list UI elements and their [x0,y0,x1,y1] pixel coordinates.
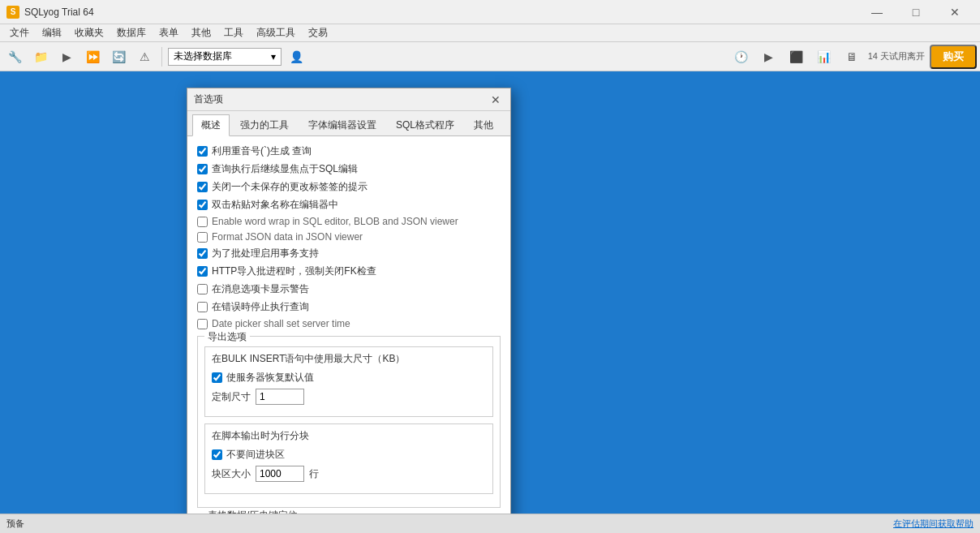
checkbox-row-8: HTTP导入批进程时，强制关闭FK检查 [197,264,501,278]
cb8-label[interactable]: HTTP导入批进程时，强制关闭FK检查 [212,264,376,278]
no-inter-block-row: 不要间进块区 [212,448,486,462]
checkbox-row-7: 为了批处理启用事务支持 [197,247,501,260]
preferences-dialog: 首选项 ✕ 概述 强力的工具 字体编辑器设置 SQL格式程序 其他 利用重音号(… [187,88,511,533]
menu-favorites[interactable]: 收藏夹 [68,24,110,41]
toolbar-grid-btn[interactable]: ⬛ [785,45,808,68]
checkbox-row-11: Date picker shall set server time [197,318,501,329]
checkbox-row-9: 在消息选项卡显示警告 [197,282,501,296]
title-bar: S SQLyog Trial 64 — □ ✕ [0,0,980,24]
checkbox-row-4: 双击粘贴对象名称在编辑器中 [197,198,501,212]
toolbar-open-btn[interactable]: 📁 [29,45,52,68]
toolbar-play-btn[interactable]: ▶ [55,45,78,68]
cb6-checkbox[interactable] [197,232,208,243]
chevron-down-icon: ▾ [271,51,276,62]
app-title: SQLyog Trial 64 [24,6,94,18]
minimize-button[interactable]: — [858,0,896,24]
menu-other[interactable]: 其他 [185,24,217,41]
tab-other[interactable]: 其他 [465,114,502,135]
toolbar-history-btn[interactable]: 🕐 [730,45,753,68]
cb5-checkbox[interactable] [197,217,208,227]
toolbar-server-btn[interactable]: 🖥 [840,45,863,68]
cb3-label[interactable]: 关闭一个未保存的更改标签签的提示 [212,180,368,194]
script-output-label: 在脚本输出时为行分块 [212,429,486,443]
app-icon: S [6,6,19,19]
tab-powerful-tools[interactable]: 强力的工具 [231,114,298,135]
dialog-close-button[interactable]: ✕ [488,92,504,108]
export-section-title: 导出选项 [204,330,250,344]
custom-size-input[interactable] [256,389,304,405]
cb9-label[interactable]: 在消息选项卡显示警告 [212,282,309,296]
bulk-label: 在BULK INSERT语句中使用最大尺寸（KB） [212,352,486,366]
block-size-input[interactable] [256,466,304,482]
checkbox-row-6: Format JSON data in JSON viewer [197,231,501,243]
menu-table[interactable]: 表单 [153,24,185,41]
dialog-title-bar[interactable]: 首选项 ✕ [187,88,510,111]
cb7-checkbox[interactable] [197,248,208,259]
toolbar-table-btn[interactable]: 📊 [813,45,836,68]
checkbox-row-5: Enable word wrap in SQL editor, BLOB and… [197,216,501,227]
cb11-checkbox[interactable] [197,319,208,329]
toolbar-user-btn[interactable]: 👤 [285,45,307,68]
menu-transaction[interactable]: 交易 [302,24,334,41]
toolbar: 🔧 📁 ▶ ⏩ 🔄 ⚠ 未选择数据库 ▾ 👤 🕐 ▶ ⬛ 📊 🖥 14 天试用离… [0,42,980,71]
export-section-content: 在BULK INSERT语句中使用最大尺寸（KB） 使服务器恢复默认值 定制尺寸… [204,346,493,494]
block-size-unit: 行 [309,467,319,481]
checkbox-row-3: 关闭一个未保存的更改标签签的提示 [197,180,501,194]
tab-sql-format[interactable]: SQL格式程序 [387,114,463,135]
close-button[interactable]: ✕ [936,0,974,24]
cb2-label[interactable]: 查询执行后继续显焦点于SQL编辑 [212,162,358,176]
toolbar-warning-btn[interactable]: ⚠ [133,45,156,68]
cb7-label[interactable]: 为了批处理启用事务支持 [212,247,319,260]
cb10-label[interactable]: 在错误時停止执行查询 [212,300,309,314]
custom-size-row: 定制尺寸 [212,389,486,405]
buy-button[interactable]: 购买 [930,45,977,69]
dialog-tabs: 概述 强力的工具 字体编辑器设置 SQL格式程序 其他 [187,111,510,136]
help-link[interactable]: 在评估期间获取帮助 [893,518,974,528]
cb6-label[interactable]: Format JSON data in JSON viewer [212,231,363,243]
toolbar-play2-btn[interactable]: ▶ [758,45,780,68]
db-selector[interactable]: 未选择数据库 ▾ [168,48,282,66]
cb1-label[interactable]: 利用重音号(`)生成 查询 [212,144,312,158]
cb2-checkbox[interactable] [197,164,208,174]
menu-tools[interactable]: 工具 [217,24,250,41]
checkbox-row-1: 利用重音号(`)生成 查询 [197,144,501,158]
menu-database[interactable]: 数据库 [110,24,153,41]
tab-overview[interactable]: 概述 [192,114,230,136]
cb3-checkbox[interactable] [197,182,208,192]
script-section: 在脚本输出时为行分块 不要间进块区 块区大小 行 [204,423,493,494]
block-size-label: 块区大小 [212,467,251,481]
cb4-checkbox[interactable] [197,200,208,210]
cb11-label[interactable]: Date picker shall set server time [212,318,350,329]
cb9-checkbox[interactable] [197,284,208,294]
menu-file[interactable]: 文件 [3,24,36,41]
checkbox-row-10: 在错误時停止执行查询 [197,300,501,314]
no-inter-block-checkbox[interactable] [212,449,222,460]
tab-font-editor[interactable]: 字体编辑器设置 [299,114,385,135]
cb8-checkbox[interactable] [197,266,208,277]
maximize-button[interactable]: □ [897,0,935,24]
cb4-label[interactable]: 双击粘贴对象名称在编辑器中 [212,198,338,212]
toolbar-sep-1 [161,47,162,67]
title-bar-left: S SQLyog Trial 64 [6,6,94,19]
cb10-checkbox[interactable] [197,302,208,312]
restore-default-label[interactable]: 使服务器恢复默认值 [226,371,314,385]
dialog-content: 利用重音号(`)生成 查询 查询执行后继续显焦点于SQL编辑 关闭一个未保存的更… [187,136,510,533]
cb5-label[interactable]: Enable word wrap in SQL editor, BLOB and… [212,216,458,227]
checkbox-row-2: 查询执行后继续显焦点于SQL编辑 [197,162,501,176]
menu-advanced[interactable]: 高级工具 [250,24,302,41]
bulk-section: 在BULK INSERT语句中使用最大尺寸（KB） 使服务器恢复默认值 定制尺寸 [204,346,493,417]
main-area: 首选项 ✕ 概述 强力的工具 字体编辑器设置 SQL格式程序 其他 利用重音号(… [0,71,980,514]
no-inter-block-label[interactable]: 不要间进块区 [226,448,285,462]
restore-default-checkbox[interactable] [212,372,222,383]
trial-text: 14 天试用离开 [868,50,925,62]
cb1-checkbox[interactable] [197,146,208,157]
export-section: 导出选项 在BULK INSERT语句中使用最大尺寸（KB） 使服务器恢复默认值… [197,336,501,508]
title-bar-controls: — □ ✕ [858,0,974,24]
status-left: 预备 [6,518,24,530]
status-bar: 预备 在评估期间获取帮助 [0,514,980,533]
toolbar-refresh-btn[interactable]: 🔄 [107,45,130,68]
toolbar-forward-btn[interactable]: ⏩ [81,45,104,68]
toolbar-new-btn[interactable]: 🔧 [3,45,26,68]
dialog-title: 首选项 [194,92,223,106]
menu-edit[interactable]: 编辑 [36,24,68,41]
